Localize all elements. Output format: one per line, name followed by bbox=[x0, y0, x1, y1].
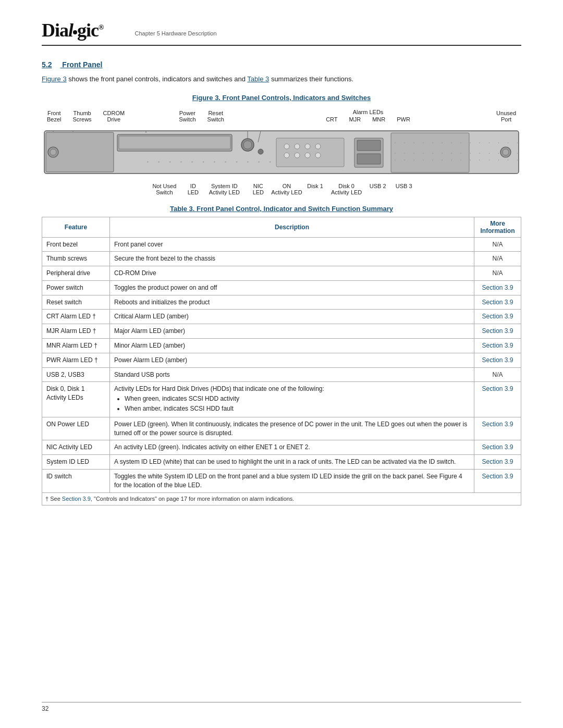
label-id-led: IDLED bbox=[182, 183, 203, 195]
more-info-cell[interactable]: Section 3.9 bbox=[474, 353, 521, 367]
feature-cell: MJR Alarm LED † bbox=[42, 324, 110, 339]
alarm-leds-label: Alarm LEDs bbox=[353, 109, 384, 115]
label-disk1: Disk 1 bbox=[302, 183, 328, 195]
page-header: Dialgic® Chapter 5 Hardware Description bbox=[42, 21, 521, 46]
label-on-led: ONActivity LED bbox=[271, 183, 302, 195]
table-row: MNR Alarm LED †Minor Alarm LED (amber)Se… bbox=[42, 339, 521, 353]
svg-rect-11 bbox=[276, 138, 344, 167]
description-cell: Major Alarm LED (amber) bbox=[110, 324, 474, 339]
table-row: Power switchToggles the product power on… bbox=[42, 280, 521, 295]
logo: Dialgic® bbox=[42, 21, 103, 40]
description-cell: Critical Alarm LED (amber) bbox=[110, 310, 474, 324]
table-row: Reset switchReboots and initializes the … bbox=[42, 295, 521, 310]
col-header-feature: Feature bbox=[42, 217, 110, 237]
label-nic-led: NICLED bbox=[245, 183, 271, 195]
label-cdrom: CDROMDrive bbox=[103, 110, 125, 122]
more-info-cell[interactable]: Section 3.9 bbox=[474, 339, 521, 353]
more-info-cell[interactable]: Section 3.9 bbox=[474, 417, 521, 440]
svg-point-15 bbox=[315, 144, 321, 149]
col-header-description: Description bbox=[110, 217, 474, 237]
feature-cell: Front bezel bbox=[42, 237, 110, 252]
label-usb2: USB 2 bbox=[365, 183, 391, 195]
section-number: 5.2 bbox=[42, 60, 52, 69]
svg-point-12 bbox=[284, 144, 289, 149]
svg-rect-22 bbox=[357, 154, 381, 164]
intro-text-middle: shows the front panel controls, indicato… bbox=[68, 75, 247, 83]
col-header-more-info: More Information bbox=[474, 217, 521, 237]
more-info-cell: N/A bbox=[474, 252, 521, 266]
label-pwr: PWR bbox=[397, 116, 410, 122]
figure-title: Figure 3. Front Panel Controls, Indicato… bbox=[42, 94, 521, 102]
table-row: USB 2, USB3Standard USB portsN/A bbox=[42, 367, 521, 382]
description-cell: Reboots and initializes the product bbox=[110, 295, 474, 310]
description-cell: A system ID LED (white) that can be used… bbox=[110, 455, 474, 470]
label-crt: CRT bbox=[326, 116, 337, 122]
footnote-cell: † See Section 3.9, "Controls and Indicat… bbox=[42, 492, 521, 505]
table-row: MJR Alarm LED †Major Alarm LED (amber)Se… bbox=[42, 324, 521, 339]
description-cell: Toggles the white System ID LED on the f… bbox=[110, 470, 474, 493]
label-not-used: Not UsedSwitch bbox=[146, 183, 182, 195]
more-info-cell[interactable]: Section 3.9 bbox=[474, 470, 521, 493]
description-cell: CD-ROM Drive bbox=[110, 266, 474, 281]
footnote-row: † See Section 3.9, "Controls and Indicat… bbox=[42, 492, 521, 505]
label-front-bezel: FrontBezel bbox=[47, 110, 62, 122]
svg-text:· · · · · · · · · · · · · · · : · · · · · · · · · · · · · · · · · · bbox=[394, 140, 521, 146]
table-title: Table 3. Front Panel Control, Indicator … bbox=[42, 205, 521, 213]
svg-point-19 bbox=[315, 153, 321, 158]
feature-cell: Power switch bbox=[42, 280, 110, 295]
footnote-link[interactable]: Section 3.9 bbox=[62, 496, 91, 502]
description-cell: Power Alarm LED (amber) bbox=[110, 353, 474, 367]
feature-table: Feature Description More Information Fro… bbox=[42, 217, 521, 506]
more-info-cell[interactable]: Section 3.9 bbox=[474, 382, 521, 417]
svg-point-28 bbox=[503, 149, 509, 155]
description-cell: Standard USB ports bbox=[110, 367, 474, 382]
feature-cell: MNR Alarm LED † bbox=[42, 339, 110, 353]
feature-cell: Reset switch bbox=[42, 295, 110, 310]
more-info-cell: N/A bbox=[474, 367, 521, 382]
table-row: PWR Alarm LED †Power Alarm LED (amber)Se… bbox=[42, 353, 521, 367]
more-info-cell[interactable]: Section 3.9 bbox=[474, 455, 521, 470]
description-cell: Minor Alarm LED (amber) bbox=[110, 339, 474, 353]
feature-cell: Thumb screws bbox=[42, 252, 110, 266]
label-thumb-screws: ThumbScrews bbox=[73, 110, 92, 122]
label-power-switch: PowerSwitch bbox=[179, 110, 195, 122]
svg-point-9 bbox=[243, 141, 252, 149]
more-info-cell[interactable]: Section 3.9 bbox=[474, 295, 521, 310]
label-reset-switch: ResetSwitch bbox=[207, 110, 224, 122]
intro-paragraph: Figure 3 shows the front panel controls,… bbox=[42, 74, 521, 84]
table-row: ID switchToggles the white System ID LED… bbox=[42, 470, 521, 493]
svg-point-3 bbox=[50, 149, 56, 155]
description-cell: Activity LEDs for Hard Disk Drives (HDDs… bbox=[110, 382, 474, 417]
more-info-cell: N/A bbox=[474, 266, 521, 281]
table-row: Peripheral driveCD-ROM DriveN/A bbox=[42, 266, 521, 281]
more-info-cell[interactable]: Section 3.9 bbox=[474, 310, 521, 324]
more-info-cell[interactable]: Section 3.9 bbox=[474, 440, 521, 455]
label-system-id-led: System IDActivity LED bbox=[203, 183, 245, 195]
table-row: System ID LEDA system ID LED (white) tha… bbox=[42, 455, 521, 470]
svg-point-10 bbox=[258, 149, 263, 154]
svg-text:· · · · · · · · · · · · · · · : · · · · · · · · · · · · · · · · · · bbox=[394, 157, 521, 163]
description-cell: Secure the front bezel to the chassis bbox=[110, 252, 474, 266]
feature-cell: System ID LED bbox=[42, 455, 110, 470]
figure-container: FrontBezel ThumbScrews CDROMDrive PowerS… bbox=[42, 109, 521, 195]
label-mjr: MJR bbox=[349, 116, 361, 122]
table3-link[interactable]: Table 3 bbox=[247, 75, 269, 83]
figure3-link[interactable]: Figure 3 bbox=[42, 75, 67, 83]
page: Dialgic® Chapter 5 Hardware Description … bbox=[0, 0, 563, 728]
section-heading: 5.2 Front Panel bbox=[42, 60, 521, 69]
svg-point-14 bbox=[305, 144, 310, 149]
svg-text:· · · · · · · · · · · ·: · · · · · · · · · · · · bbox=[146, 154, 274, 168]
table-row: Disk 0, Disk 1 Activity LEDsActivity LED… bbox=[42, 382, 521, 417]
section-title: 5.2 Front Panel bbox=[42, 60, 102, 69]
description-cell: Power LED (green). When lit continuously… bbox=[110, 417, 474, 440]
table-row: NIC Activity LEDAn activity LED (green).… bbox=[42, 440, 521, 455]
svg-rect-5 bbox=[119, 136, 230, 149]
svg-point-18 bbox=[305, 153, 310, 158]
more-info-cell[interactable]: Section 3.9 bbox=[474, 324, 521, 339]
feature-cell: USB 2, USB3 bbox=[42, 367, 110, 382]
svg-rect-21 bbox=[357, 140, 381, 151]
more-info-cell[interactable]: Section 3.9 bbox=[474, 280, 521, 295]
table-row: Thumb screwsSecure the front bezel to th… bbox=[42, 252, 521, 266]
page-footer: 32 bbox=[42, 702, 521, 712]
svg-point-13 bbox=[295, 144, 300, 149]
